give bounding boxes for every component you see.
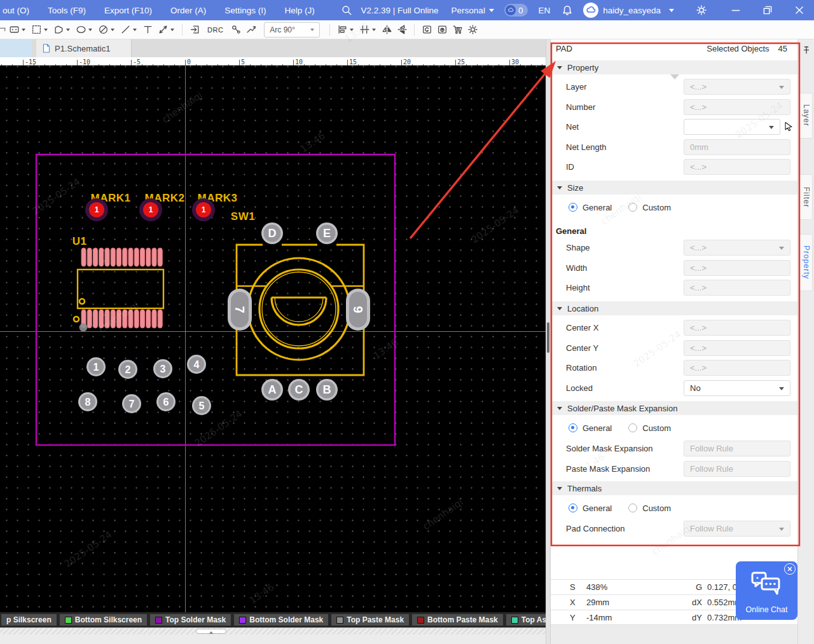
pad-2[interactable]: 2 xyxy=(118,360,137,379)
menu-item-0[interactable]: out (O) xyxy=(3,6,29,15)
id-input[interactable]: <...> xyxy=(684,159,790,175)
layer-tab-1[interactable]: Bottom Silkscreen xyxy=(60,614,147,626)
pin-icon[interactable] xyxy=(802,46,811,55)
settings-icon[interactable] xyxy=(696,4,707,16)
select-tool-icon[interactable] xyxy=(29,22,44,38)
pad-6[interactable]: 6 xyxy=(156,392,176,411)
cloud-points-badge[interactable]: 0 xyxy=(504,4,528,17)
sw1-pad-d[interactable]: D xyxy=(261,223,283,244)
distribute-tool-icon[interactable] xyxy=(357,22,372,38)
maximize-icon[interactable] xyxy=(762,4,773,16)
cart-tool-icon[interactable] xyxy=(450,22,465,38)
dimension-tool-icon[interactable] xyxy=(155,22,170,38)
solder-mask-input[interactable]: Follow Rule xyxy=(684,441,790,456)
minimize-icon[interactable] xyxy=(730,4,742,16)
section-location[interactable]: Location xyxy=(551,301,797,315)
arc-mode-select[interactable]: Arc 90° xyxy=(264,22,320,38)
section-thermals[interactable]: Thermals xyxy=(551,481,797,495)
mask-general-radio[interactable] xyxy=(569,423,577,432)
thermals-general-radio[interactable] xyxy=(569,504,577,512)
section-property[interactable]: Property xyxy=(551,60,797,74)
pad-4[interactable]: 4 xyxy=(187,355,206,374)
language-switch[interactable]: EN xyxy=(538,6,550,15)
sw1-pad-7[interactable]: 7 xyxy=(228,289,252,331)
export-tool-icon[interactable] xyxy=(434,22,450,38)
center-x-input[interactable]: <...> xyxy=(684,320,790,336)
thermals-custom-radio[interactable] xyxy=(628,504,637,512)
side-tab-property[interactable]: Property xyxy=(799,234,813,291)
sw1-pad-b[interactable]: B xyxy=(316,379,338,401)
settings-tool-icon[interactable] xyxy=(465,22,480,38)
mark-pad-3[interactable]: 1 xyxy=(192,198,215,221)
center-y-input[interactable]: <...> xyxy=(684,340,790,356)
menu-item-2[interactable]: Export (F10) xyxy=(104,6,152,15)
panel-splitter-handle[interactable] xyxy=(547,322,549,353)
section-mask-expansion[interactable]: Solder/Paste Mask Expansion xyxy=(551,401,797,415)
wire-tool-icon[interactable] xyxy=(244,22,259,38)
tab-p1-schematic1[interactable]: P1.Schematic1 xyxy=(36,39,132,57)
pcb-canvas[interactable]: MARK1MARK2MARK3SW1U1111DEACB7612348765 xyxy=(0,65,546,612)
height-input[interactable]: <...> xyxy=(684,280,790,296)
side-tab-layer[interactable]: Layer xyxy=(799,93,813,139)
line-tool-icon[interactable] xyxy=(118,22,133,38)
horizontal-scrollbar-handle[interactable] xyxy=(196,629,226,634)
layer-select[interactable]: <...> xyxy=(684,79,790,95)
cursor-tool-icon[interactable] xyxy=(0,22,6,38)
menu-item-4[interactable]: Settings (I) xyxy=(224,6,266,15)
pad-7[interactable]: 7 xyxy=(122,394,141,413)
width-input[interactable]: <...> xyxy=(684,260,790,276)
import-tool-icon[interactable] xyxy=(187,22,202,38)
caret-down-icon[interactable] xyxy=(170,29,174,33)
polygon-tool-icon[interactable] xyxy=(51,22,66,38)
search-icon[interactable] xyxy=(341,4,352,16)
mark-pad-1[interactable]: 1 xyxy=(85,198,108,221)
size-custom-radio[interactable] xyxy=(628,203,637,212)
menu-item-1[interactable]: Tools (F9) xyxy=(48,6,86,15)
caret-down-icon[interactable] xyxy=(133,29,137,33)
mask-custom-radio[interactable] xyxy=(628,423,637,432)
number-input[interactable]: <...> xyxy=(684,99,790,115)
pad-8[interactable]: 8 xyxy=(78,392,97,411)
align-tool-icon[interactable] xyxy=(335,22,350,38)
net-pick-icon[interactable] xyxy=(783,121,794,132)
pad-3[interactable]: 3 xyxy=(153,359,172,378)
pad-5[interactable]: 5 xyxy=(192,396,211,415)
component-u1[interactable] xyxy=(74,248,163,332)
shape-select[interactable]: <...> xyxy=(684,240,790,256)
flip-horizontal-tool-icon[interactable] xyxy=(379,22,394,38)
locked-select[interactable]: No xyxy=(684,380,790,396)
net-length-input[interactable]: 0mm xyxy=(684,139,790,155)
section-size[interactable]: Size xyxy=(551,181,797,195)
caret-down-icon[interactable] xyxy=(111,29,114,33)
sw1-pad-c[interactable]: C xyxy=(288,379,310,401)
pad-connection-select[interactable]: Follow Rule xyxy=(684,521,790,537)
layer-tab-5[interactable]: Bottom Paste Mask xyxy=(412,614,503,626)
panel-splitter[interactable] xyxy=(546,39,551,644)
chat-close-icon[interactable] xyxy=(784,563,796,575)
paste-mask-input[interactable]: Follow Rule xyxy=(684,461,790,477)
pad-tool-icon[interactable] xyxy=(6,22,22,38)
pad-1[interactable]: 1 xyxy=(86,357,106,376)
library-tool-icon[interactable] xyxy=(419,22,434,38)
horizontal-scrollbar[interactable] xyxy=(0,627,546,634)
size-general-radio[interactable] xyxy=(569,203,577,212)
layer-tab-6[interactable]: Top Assembly xyxy=(506,614,546,626)
layer-tab-3[interactable]: Bottom Solder Mask xyxy=(234,614,328,626)
bell-icon[interactable] xyxy=(562,4,573,16)
menu-item-3[interactable]: Order (A) xyxy=(170,6,206,15)
layer-tab-0[interactable]: p Silkscreen xyxy=(1,614,57,626)
close-icon[interactable] xyxy=(794,4,805,16)
silkscreen-label-u1[interactable]: U1 xyxy=(72,235,87,247)
tab-partial[interactable] xyxy=(0,39,32,57)
keepout-tool-icon[interactable] xyxy=(95,22,111,38)
caret-down-icon[interactable] xyxy=(350,29,354,33)
flip-vertical-tool-icon[interactable] xyxy=(394,22,410,38)
ellipse-tool-icon[interactable] xyxy=(73,22,88,38)
rotation-input[interactable]: <...> xyxy=(684,360,790,376)
mark-pad-2[interactable]: 1 xyxy=(139,198,162,221)
menu-item-5[interactable]: Help (J) xyxy=(285,6,315,15)
account-menu[interactable]: Personal xyxy=(452,6,494,15)
side-tab-filter[interactable]: Filter xyxy=(799,174,813,220)
silkscreen-label-sw1[interactable]: SW1 xyxy=(231,210,255,223)
caret-down-icon[interactable] xyxy=(372,29,376,33)
